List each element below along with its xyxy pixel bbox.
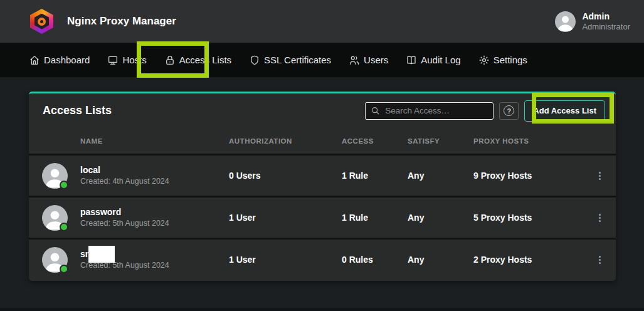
access-lists-panel: Access Lists ? Add Access List NAME AUTH… [29, 92, 616, 281]
nav-item-dashboard[interactable]: Dashboard [26, 51, 92, 70]
shield-icon [249, 55, 260, 66]
user-menu[interactable]: Admin Administrator [555, 11, 630, 32]
table-row: local Created: 4th August 2024 0 Users 1… [29, 154, 616, 196]
search-input[interactable] [385, 106, 488, 115]
satisfy-value: Any [408, 255, 473, 265]
gear-icon [478, 55, 490, 66]
panel-header: Access Lists ? Add Access List [29, 93, 616, 128]
column-header-proxy-hosts: PROXY HOSTS [473, 137, 584, 145]
authorization-value: 0 Users [229, 171, 342, 181]
user-name: Admin [582, 11, 630, 22]
authorization-value: 1 User [229, 255, 342, 265]
row-actions-kebab-icon[interactable] [592, 251, 608, 268]
nav-item-users[interactable]: Users [346, 51, 391, 70]
nav-item-access-lists[interactable]: Access Lists [162, 51, 234, 70]
nav-item-audit-log[interactable]: Audit Log [403, 51, 463, 70]
search-box [365, 102, 494, 120]
npm-logo-icon [30, 9, 53, 34]
window-bottom-edge [0, 308, 644, 311]
person-silhouette-icon [555, 11, 576, 32]
panel-tools: ? Add Access List [365, 100, 605, 122]
column-header-authorization: AUTHORIZATION [229, 137, 342, 145]
column-header-name: NAME [80, 137, 229, 145]
main-nav: Dashboard Hosts Access Lists SSL Certifi… [0, 43, 644, 77]
row-actions-kebab-icon[interactable] [592, 167, 608, 184]
app-window: Nginx Proxy Manager Admin Administrator … [0, 0, 644, 311]
nav-item-ssl-certificates[interactable]: SSL Certificates [246, 51, 334, 70]
status-online-dot [60, 181, 68, 189]
access-value: 0 Rules [342, 255, 408, 265]
table-row: sn Created: 5th August 2024 1 User 0 Rul… [29, 238, 616, 280]
user-role: Administrator [582, 22, 630, 32]
status-online-dot [60, 223, 68, 231]
lock-icon [164, 55, 176, 66]
table-row: password Created: 5th August 2024 1 User… [29, 196, 616, 238]
authorization-value: 1 User [229, 213, 342, 223]
add-access-list-button[interactable]: Add Access List [524, 100, 605, 122]
monitor-icon [107, 55, 119, 66]
access-list-name: password [80, 206, 229, 218]
search-icon [371, 106, 380, 115]
proxy-hosts-value: 5 Proxy Hosts [473, 213, 584, 223]
proxy-hosts-value: 9 Proxy Hosts [473, 171, 584, 181]
user-info: Admin Administrator [582, 11, 630, 32]
app-title: Nginx Proxy Manager [67, 15, 176, 28]
access-list-created: Created: 4th August 2024 [80, 176, 229, 187]
table-header: NAME AUTHORIZATION ACCESS SATISFY PROXY … [29, 128, 616, 154]
row-actions-kebab-icon[interactable] [592, 209, 608, 226]
status-online-dot [60, 265, 68, 273]
access-list-created: Created: 5th August 2024 [80, 218, 229, 229]
book-icon [406, 55, 417, 66]
users-icon [349, 55, 360, 66]
nav-item-hosts[interactable]: Hosts [105, 51, 149, 70]
column-header-satisfy: SATISFY [408, 137, 473, 145]
help-button[interactable]: ? [499, 102, 519, 120]
access-value: 1 Rule [342, 171, 408, 181]
question-mark-icon: ? [504, 105, 514, 116]
proxy-hosts-value: 2 Proxy Hosts [473, 255, 584, 265]
satisfy-value: Any [408, 171, 473, 181]
satisfy-value: Any [408, 213, 473, 223]
access-list-name: local [80, 164, 229, 176]
access-value: 1 Rule [342, 213, 408, 223]
user-avatar [555, 11, 576, 32]
brand-bar: Nginx Proxy Manager Admin Administrator [0, 0, 644, 43]
nav-item-settings[interactable]: Settings [476, 51, 530, 70]
panel-title: Access Lists [43, 104, 112, 117]
home-icon [29, 55, 40, 66]
column-header-access: ACCESS [342, 137, 408, 145]
redaction-box [88, 246, 115, 263]
